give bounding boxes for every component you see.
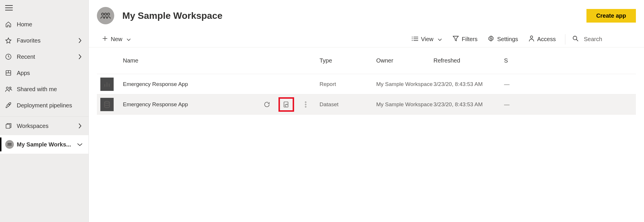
settings-button[interactable]: Settings (483, 31, 523, 47)
toolbar-separator (565, 34, 565, 45)
workspace-avatar-icon (97, 7, 114, 24)
column-header-refreshed[interactable]: Refreshed (433, 57, 504, 64)
sidebar: Home Favorites Recent Apps Shared with m… (0, 0, 89, 222)
sidebar-item-shared[interactable]: Shared with me (0, 81, 88, 97)
chevron-down-icon (438, 36, 442, 43)
chevron-right-icon (76, 123, 83, 129)
column-header-name[interactable]: Name (123, 57, 262, 64)
apps-icon (5, 70, 17, 76)
filters-label: Filters (462, 36, 477, 43)
svg-point-13 (10, 143, 12, 144)
filters-button[interactable]: Filters (447, 31, 483, 47)
sidebar-item-favorites[interactable]: Favorites (0, 32, 88, 49)
item-refreshed: 3/23/20, 8:43:53 AM (433, 101, 504, 108)
svg-point-27 (573, 36, 577, 40)
svg-point-35 (305, 104, 306, 105)
gear-icon (488, 35, 494, 43)
workspaces-icon (5, 123, 17, 129)
item-owner: My Sample Workspace (376, 101, 433, 108)
schedule-refresh-icon[interactable] (282, 100, 290, 109)
home-icon (5, 21, 17, 27)
search-input[interactable] (584, 36, 636, 43)
svg-point-14 (102, 13, 104, 15)
sidebar-item-active-workspace[interactable]: My Sample Works... (0, 135, 88, 154)
view-button[interactable]: View (407, 31, 447, 47)
settings-label: Settings (497, 36, 518, 43)
sidebar-item-label: Recent (17, 54, 76, 60)
new-button[interactable]: New (97, 31, 136, 47)
svg-point-11 (8, 143, 9, 144)
svg-point-25 (490, 38, 492, 39)
item-name: Emergency Response App (123, 81, 262, 87)
svg-point-34 (305, 102, 306, 103)
sidebar-item-label: Shared with me (17, 86, 83, 93)
chevron-down-icon (76, 143, 83, 146)
new-label: New (111, 36, 122, 43)
table-row[interactable]: Emergency Response App Report My Sample … (97, 74, 636, 94)
chevron-right-icon (76, 38, 83, 43)
filter-icon (453, 36, 459, 43)
person-icon (529, 35, 534, 43)
plus-icon (102, 36, 108, 43)
svg-point-32 (104, 101, 109, 103)
chevron-down-icon (126, 36, 131, 43)
search-icon (572, 35, 579, 43)
view-label: View (421, 36, 433, 43)
svg-point-36 (305, 106, 306, 107)
active-workspace-label: My Sample Works... (17, 141, 76, 148)
content-table: Name Type Owner Refreshed S Emergency Re… (89, 47, 644, 115)
item-name: Emergency Response App (123, 101, 262, 108)
toolbar: New View Filters Settings (89, 31, 644, 47)
svg-line-28 (576, 39, 578, 41)
item-next: — (504, 101, 636, 108)
sidebar-item-workspaces[interactable]: Workspaces (0, 117, 88, 135)
sidebar-item-label: Workspaces (17, 123, 76, 129)
chevron-right-icon (76, 54, 83, 60)
sidebar-item-label: Apps (17, 70, 83, 76)
access-label: Access (537, 36, 556, 43)
item-next: — (504, 81, 636, 87)
sidebar-item-home[interactable]: Home (0, 16, 88, 32)
report-icon (100, 78, 114, 91)
workspace-header: My Sample Workspace Create app (89, 0, 644, 31)
table-row[interactable]: Emergency Response App Dat (97, 94, 636, 115)
item-owner: My Sample Workspace (376, 81, 433, 87)
create-app-button[interactable]: Create app (586, 9, 636, 23)
column-header-next[interactable]: S (504, 57, 636, 64)
sidebar-item-deployment[interactable]: Deployment pipelines (0, 97, 88, 113)
more-options-icon[interactable] (302, 100, 310, 109)
schedule-refresh-highlight (278, 97, 294, 112)
column-header-owner[interactable]: Owner (376, 57, 433, 64)
column-header-type[interactable]: Type (320, 57, 376, 64)
item-type: Dataset (320, 101, 376, 108)
item-refreshed: 3/23/20, 8:43:53 AM (433, 81, 504, 87)
svg-point-15 (104, 13, 107, 15)
list-icon (412, 36, 418, 43)
clock-icon (5, 54, 17, 60)
star-icon (5, 37, 17, 44)
shared-icon (5, 86, 17, 92)
workspace-avatar-icon (5, 140, 17, 149)
main-content: My Sample Workspace Create app New View (89, 0, 644, 222)
table-header-row: Name Type Owner Refreshed S (97, 47, 636, 74)
sidebar-item-label: Home (17, 21, 83, 28)
rocket-icon (5, 102, 17, 109)
svg-point-8 (10, 87, 11, 89)
dataset-icon (100, 98, 114, 111)
svg-point-16 (107, 13, 110, 15)
item-type: Report (320, 81, 376, 87)
sidebar-item-label: Favorites (17, 37, 76, 44)
refresh-now-icon[interactable] (263, 100, 271, 109)
svg-rect-10 (6, 124, 10, 129)
sidebar-item-label: Deployment pipelines (17, 102, 83, 109)
svg-point-26 (530, 36, 533, 38)
search-box[interactable] (569, 35, 636, 43)
access-button[interactable]: Access (523, 31, 561, 47)
svg-point-7 (6, 87, 8, 89)
sidebar-item-recent[interactable]: Recent (0, 49, 88, 65)
svg-point-12 (9, 143, 10, 144)
sidebar-item-apps[interactable]: Apps (0, 65, 88, 81)
svg-point-9 (9, 104, 10, 105)
page-title: My Sample Workspace (122, 10, 586, 21)
hamburger-icon[interactable] (5, 5, 13, 11)
